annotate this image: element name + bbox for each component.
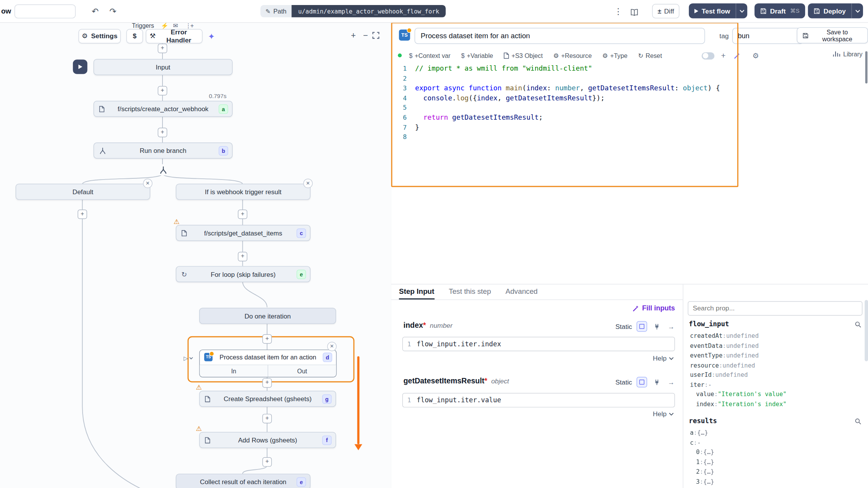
prop-row[interactable]: 4 : {…}	[683, 486, 868, 488]
prop-row[interactable]: createdAt : undefined	[683, 331, 868, 341]
code-line[interactable]: 1// import * as wmill from "windmill-cli…	[391, 64, 868, 74]
editor-toggle[interactable]	[702, 52, 714, 59]
redo-button[interactable]: ↷	[106, 5, 120, 19]
prop-row[interactable]: index : "Iteration's index"	[683, 399, 868, 409]
flow-settings-button[interactable]: ⚙ Settings	[78, 29, 121, 43]
props-scrollbar[interactable]	[865, 300, 868, 361]
plug-icon[interactable]	[651, 377, 662, 387]
deploy-button[interactable]: Deploy	[808, 3, 863, 19]
docs-book-button[interactable]	[630, 5, 644, 19]
prop-row[interactable]: c : -	[683, 438, 868, 447]
node-get-dataset-items[interactable]: f/scripts/get_dataset_items c	[176, 225, 311, 241]
code-line[interactable]: 7}	[391, 123, 868, 132]
run-flow-node[interactable]	[73, 59, 87, 74]
prop-row[interactable]: 0 : {…}	[683, 447, 868, 457]
add-step-button[interactable]: +	[158, 44, 168, 53]
add-type-button[interactable]: ⚙ +Type	[602, 52, 628, 59]
add-step-button[interactable]: +	[262, 334, 272, 344]
add-step-button[interactable]: +	[78, 210, 87, 219]
tab-advanced[interactable]: Advanced	[506, 285, 538, 300]
add-step-button[interactable]: +	[262, 457, 272, 467]
zoom-in-button[interactable]: +	[348, 30, 359, 41]
error-handler-button[interactable]: ⚒ Error Handler	[146, 29, 203, 43]
ai-wand-icon[interactable]	[733, 52, 741, 59]
code-line[interactable]: 6 return getDatesetItemsResult;	[391, 113, 868, 123]
remove-branch-button[interactable]: ✕	[303, 179, 313, 188]
draft-button[interactable]: Draft ⌘S	[755, 3, 805, 19]
node-create-actor-webhook[interactable]: f/scripts/create_actor_webhook a	[93, 101, 232, 117]
code-line[interactable]: 8	[391, 132, 868, 142]
magnifier-icon[interactable]	[854, 418, 861, 425]
add-step-button[interactable]: +	[158, 86, 168, 96]
prop-row[interactable]: value : "Iteration's value"	[683, 390, 868, 399]
kebab-menu-button[interactable]: ⋮	[611, 5, 625, 19]
add-step-button[interactable]: +	[262, 414, 272, 424]
ai-wand-icon[interactable]: ✦	[206, 31, 217, 42]
prop-row[interactable]: eventType : undefined	[683, 351, 868, 360]
gear-icon[interactable]: ⚙	[751, 51, 761, 61]
prop-row[interactable]: 1 : {…}	[683, 457, 868, 467]
zoom-out-button[interactable]: −	[360, 30, 371, 41]
plus-icon[interactable]: +	[190, 22, 194, 29]
help-link[interactable]: Help	[653, 354, 674, 362]
add-s3-object-button[interactable]: +S3 Object	[504, 53, 543, 59]
prop-row[interactable]: 2 : {…}	[683, 467, 868, 477]
add-step-button[interactable]: +	[238, 210, 247, 219]
variables-dollar-button[interactable]: $	[126, 29, 143, 43]
static-mode-label[interactable]: Static	[615, 322, 632, 330]
node-webhook-branch[interactable]: If is webhook trigger result	[176, 184, 311, 200]
prop-row[interactable]: userId : undefined	[683, 370, 868, 380]
editor-scrollbar[interactable]	[865, 51, 868, 84]
fit-view-button[interactable]	[372, 30, 383, 43]
prop-row[interactable]: a : {…}	[683, 428, 868, 438]
node-run-one-branch[interactable]: Run one branch b	[93, 142, 232, 159]
tab-test-this-step[interactable]: Test this step	[449, 285, 491, 300]
help-link[interactable]: Help	[653, 410, 674, 418]
magnifier-icon[interactable]	[854, 321, 861, 328]
step-title-input[interactable]	[415, 28, 705, 44]
static-mode-label[interactable]: Static	[615, 378, 632, 386]
code-line[interactable]: 4 console.log({index, getDatesetItemsRes…	[391, 93, 868, 103]
node-tab-out[interactable]: Out	[268, 365, 336, 377]
code-lines[interactable]: 1// import * as wmill from "windmill-cli…	[391, 64, 868, 142]
tab-step-input[interactable]: Step Input	[399, 285, 435, 300]
props-group-title[interactable]: flow_input	[689, 320, 729, 328]
add-context-var-button[interactable]: $ +Context var	[409, 53, 451, 59]
run-up-to-controls[interactable]: ▷	[184, 355, 193, 361]
static-editor-icon[interactable]	[636, 321, 647, 332]
expr-input-getdatesetitemsresult[interactable]: 1 flow_input.iter.value	[402, 393, 675, 407]
arrow-right-icon[interactable]: →	[666, 322, 676, 332]
prop-row[interactable]: 3 : {…}	[683, 477, 868, 486]
deploy-dropdown[interactable]	[851, 3, 863, 19]
arrow-right-icon[interactable]: →	[666, 377, 676, 387]
code-line[interactable]: 5	[391, 103, 868, 113]
path-value[interactable]: u/admin/example_actor_webhook_flow_fork	[291, 5, 446, 17]
remove-branch-button[interactable]: ✕	[143, 179, 153, 188]
node-tab-in[interactable]: In	[200, 365, 268, 377]
flow-canvas[interactable]: Triggers ⚡ ✉ ⋮ + ⚙ Settings $ ⚒ Error Ha…	[0, 22, 392, 488]
plug-icon[interactable]	[651, 322, 662, 332]
props-group-title[interactable]: results	[689, 417, 717, 425]
node-process-dataset-item[interactable]: TS Process dataset item for an action d …	[199, 349, 337, 377]
expr-input-index[interactable]: 1 flow_input.iter.index	[402, 337, 675, 351]
prop-row[interactable]: iter : -	[683, 380, 868, 390]
node-input[interactable]: Input	[93, 59, 232, 75]
add-step-button[interactable]: +	[158, 128, 168, 137]
node-do-one-iteration[interactable]: Do one iteration	[199, 308, 336, 324]
code-line[interactable]: 2	[391, 74, 868, 83]
diff-button[interactable]: ± Diff	[652, 4, 680, 18]
tag-input[interactable]	[732, 28, 804, 44]
plus-icon[interactable]: +	[718, 51, 728, 61]
add-variable-button[interactable]: $ +Variable	[461, 53, 493, 59]
prop-row[interactable]: resource : undefined	[683, 361, 868, 370]
search-prop-input[interactable]	[688, 301, 863, 315]
reset-button[interactable]: ↻ Reset	[638, 52, 662, 59]
node-create-spreadsheet[interactable]: Create Spreadsheet (gsheets) g	[199, 391, 336, 407]
add-resource-button[interactable]: ⚙ +Resource	[553, 52, 592, 59]
add-step-button[interactable]: +	[238, 252, 247, 261]
test-flow-button[interactable]: Test flow	[689, 3, 748, 19]
prop-row[interactable]: eventData : undefined	[683, 341, 868, 351]
test-flow-dropdown[interactable]	[736, 3, 747, 19]
save-to-workspace-button[interactable]: Save to workspace	[797, 27, 868, 44]
code-line[interactable]: 3export async function main(index: numbe…	[391, 84, 868, 93]
